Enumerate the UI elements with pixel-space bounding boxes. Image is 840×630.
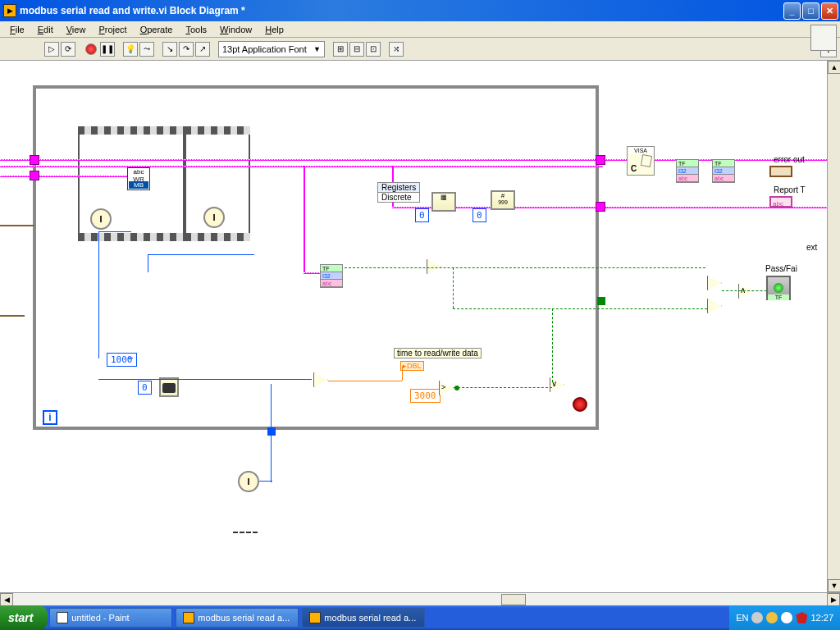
menu-file[interactable]: File [3, 23, 31, 36]
menu-project[interactable]: Project [92, 23, 133, 36]
resize-button[interactable]: ⊡ [366, 42, 381, 57]
scroll-left-button[interactable]: ◀ [0, 593, 13, 606]
tray-icon-3[interactable] [781, 612, 792, 623]
numeric-constant-0a[interactable]: 0 [138, 381, 152, 395]
scroll-up-button[interactable]: ▲ [828, 61, 840, 74]
visa-close-node[interactable]: C [627, 146, 655, 176]
run-cont-button[interactable]: ⟳ [61, 42, 75, 57]
system-tray[interactable]: EN 12:27 [729, 605, 840, 630]
tunnel[interactable] [596, 202, 605, 212]
close-button[interactable]: ✕ [821, 2, 838, 20]
wire [0, 166, 603, 167]
abort-button[interactable] [85, 43, 97, 55]
highlight-exec-button[interactable]: 💡 [123, 42, 138, 57]
wire [148, 254, 254, 255]
titlebar: ▶ modbus serial read and write.vi Block … [0, 0, 840, 21]
subtract-node[interactable] [313, 372, 328, 387]
broken-wire[interactable] [233, 532, 258, 533]
menu-window[interactable]: Window [213, 23, 258, 36]
vi-icon[interactable] [810, 25, 837, 51]
toolbar: ▷ ⟳ ❚❚ 💡 ⤳ ↘ ↷ ↗ 13pt Application Font ▼… [0, 38, 840, 61]
iteration-terminal[interactable]: i [43, 410, 57, 425]
array-icon: ▦ [433, 194, 454, 202]
wire [128, 358, 133, 358]
unbundle-i: I32 [713, 167, 734, 175]
reorder-button[interactable]: ⤭ [389, 42, 404, 57]
language-indicator[interactable]: EN [736, 613, 748, 623]
tunnel[interactable] [30, 171, 39, 180]
unbundle-node-2[interactable]: TF I32 abc [676, 159, 699, 183]
font-label: 13pt Application Font [222, 44, 307, 54]
wait-ms-node[interactable] [159, 377, 179, 397]
unbundle-s: abc [321, 280, 342, 287]
maximize-button[interactable]: □ [802, 2, 819, 20]
tick-count-node-3[interactable] [238, 471, 259, 492]
modbus-subvi[interactable]: abc WR [127, 167, 150, 190]
labview-icon [183, 612, 194, 623]
menu-operate[interactable]: Operate [134, 23, 180, 36]
scroll-thumb[interactable] [501, 594, 526, 605]
wire [98, 379, 312, 380]
index-array-node[interactable]: ▦ [431, 192, 456, 212]
numeric-constant-1000[interactable]: 1000 [107, 353, 137, 367]
abc-tag: abc [771, 200, 783, 208]
tick-count-node-2[interactable] [203, 207, 225, 228]
tray-icon-1[interactable] [751, 612, 763, 623]
tray-icon-shield[interactable] [796, 612, 807, 623]
step-into-button[interactable]: ↘ [162, 42, 177, 57]
align-button[interactable]: ⊞ [333, 42, 348, 57]
menu-view[interactable]: View [60, 23, 93, 36]
tray-icon-2[interactable] [766, 612, 778, 623]
step-over-button[interactable]: ↷ [179, 42, 194, 57]
wire [454, 387, 552, 388]
tunnel[interactable] [597, 297, 605, 305]
format-value-node[interactable]: # 999 [491, 190, 515, 210]
start-button[interactable]: start [0, 605, 48, 630]
wire [453, 308, 707, 309]
menu-edit[interactable]: Edit [31, 23, 60, 36]
block-diagram-canvas[interactable]: abc WR 1000 0 0 0 3000 Registers Discret… [0, 61, 827, 592]
tunnel[interactable] [30, 155, 39, 165]
and-node[interactable]: ∧ [738, 284, 753, 299]
registers-selector[interactable]: Registers Discrete [377, 182, 420, 203]
scroll-down-button[interactable]: ▼ [828, 579, 840, 592]
unbundle-node-1[interactable]: TF I32 abc [320, 264, 343, 288]
font-selector[interactable]: 13pt Application Font ▼ [218, 41, 325, 57]
vertical-scrollbar[interactable]: ▲ ▼ [827, 61, 840, 592]
menu-tools[interactable]: Tools [179, 23, 213, 36]
passfail-indicator[interactable]: TF [766, 276, 791, 300]
wire [345, 267, 705, 268]
wire [0, 315, 25, 317]
menu-help[interactable]: Help [258, 23, 290, 36]
greater-node[interactable]: > [439, 381, 454, 395]
numeric-constant-0b[interactable]: 0 [415, 208, 429, 222]
pause-button[interactable]: ❚❚ [100, 42, 115, 57]
distribute-button[interactable]: ⊟ [349, 42, 364, 57]
scroll-right-button[interactable]: ▶ [827, 593, 840, 606]
scroll-track[interactable] [13, 593, 827, 605]
run-button[interactable]: ▷ [44, 42, 59, 57]
tick-count-node[interactable] [90, 208, 112, 230]
not-node-2[interactable] [707, 276, 722, 290]
taskbar-item-labview-2[interactable]: modbus serial read a... [302, 608, 425, 628]
tunnel[interactable] [596, 155, 605, 165]
error-out-terminal[interactable] [769, 166, 792, 177]
retain-wire-button[interactable]: ⤳ [139, 42, 154, 57]
not-node[interactable] [427, 259, 441, 274]
taskbar-item-labview-1[interactable]: modbus serial read a... [176, 608, 299, 628]
unbundle-node-3[interactable]: TF I32 abc [712, 159, 735, 183]
not-node-3[interactable] [707, 299, 722, 313]
step-out-button[interactable]: ↗ [195, 42, 210, 57]
numeric-constant-3000[interactable]: 3000 [410, 389, 441, 403]
loop-stop-terminal[interactable] [573, 397, 587, 412]
minimize-button[interactable]: _ [783, 2, 801, 20]
clock[interactable]: 12:27 [810, 613, 833, 623]
wire [304, 272, 320, 274]
horizontal-scrollbar[interactable]: ◀ ▶ [0, 592, 840, 605]
taskbar-item-paint[interactable]: untitled - Paint [49, 608, 172, 628]
dbl-indicator-terminal[interactable]: ▸DBL [400, 361, 424, 371]
numeric-constant-0c[interactable]: 0 [472, 208, 486, 222]
dropdown-icon: ▼ [313, 45, 321, 53]
report-terminal[interactable]: abc [769, 196, 792, 208]
shift-register[interactable] [267, 427, 276, 436]
